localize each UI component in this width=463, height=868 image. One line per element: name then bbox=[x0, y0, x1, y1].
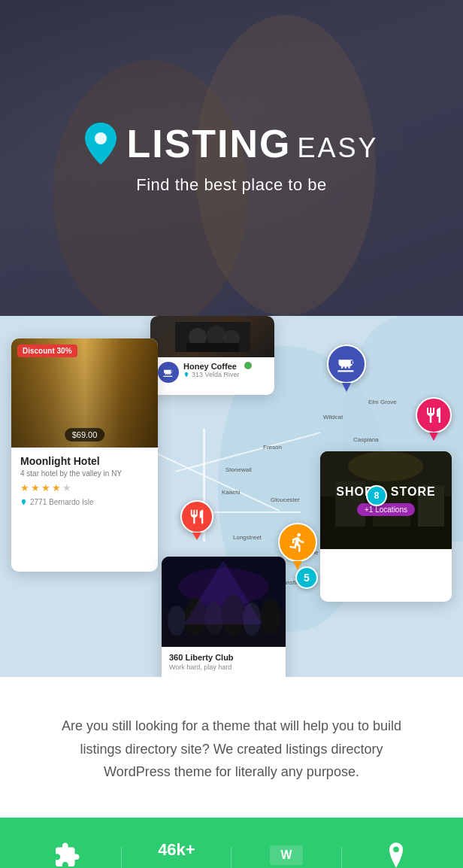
hotel-address-text: 2771 Bernardo Isle bbox=[30, 498, 94, 506]
club-star-1: ★ bbox=[169, 675, 177, 677]
map-pin-number-5[interactable]: 5 bbox=[295, 566, 318, 589]
hotel-name: Moonlight Hotel bbox=[20, 455, 149, 467]
easy-word: EASY bbox=[298, 132, 379, 164]
shop-card[interactable]: SHOP & STORE +1 Locations bbox=[320, 451, 452, 602]
hero-subtitle: Find the best place to be bbox=[136, 175, 326, 195]
coffee-card-image bbox=[150, 316, 274, 357]
svg-point-14 bbox=[261, 599, 280, 635]
feature-divider-3 bbox=[341, 847, 342, 868]
map-label-kaachi: Kaachi bbox=[222, 489, 240, 496]
hotel-card-image: Discount 30% $69.00 bbox=[11, 338, 158, 448]
club-description: Work hard, play hard bbox=[169, 663, 278, 671]
map-label-longstreet: Longstreet bbox=[233, 534, 262, 541]
hotel-card[interactable]: Discount 30% $69.00 Moonlight Hotel 4 st… bbox=[11, 338, 158, 572]
club-star-3: ★ bbox=[187, 675, 195, 677]
hotel-description: 4 star hotel by the valley in NY bbox=[20, 469, 149, 478]
coffee-address: 313 Velda River bbox=[183, 371, 240, 378]
map-pin-activity[interactable] bbox=[278, 523, 317, 570]
feature-page-builder: SUPERIOR VISUAL PAGE BUILDER bbox=[18, 840, 116, 868]
coffee-address-text: 313 Velda River bbox=[192, 371, 240, 378]
club-card-image bbox=[162, 557, 286, 647]
coffee-name: Honey Coffee bbox=[183, 362, 240, 371]
club-card-body: 360 Liberty Club Work hard, play hard ★ … bbox=[162, 647, 286, 677]
price-badge: $69.00 bbox=[65, 428, 105, 442]
verified-indicator bbox=[244, 362, 252, 369]
pin-tail-coffee bbox=[342, 383, 351, 392]
coffee-category-icon bbox=[158, 362, 179, 383]
club-star-4: ★ bbox=[196, 675, 204, 677]
hotel-stars: ★ ★ ★ ★ ★ bbox=[20, 482, 149, 493]
pin-tail-food bbox=[192, 533, 201, 540]
club-card[interactable]: 360 Liberty Club Work hard, play hard ★ … bbox=[162, 557, 286, 677]
feature-divider-2 bbox=[231, 847, 232, 868]
plugins-icon bbox=[384, 840, 408, 868]
customers-value: 46k+ bbox=[158, 840, 195, 860]
map-label-freson: Freson bbox=[263, 444, 282, 451]
pin-number-5-value: 5 bbox=[304, 572, 310, 584]
page-builder-icon bbox=[53, 840, 80, 868]
text-section: Are you still looking for a theme that w… bbox=[0, 677, 463, 818]
map-section: Stonewall Freson Kaachi Gloucester Longs… bbox=[0, 316, 463, 677]
club-stars: ★ ★ ★ ★ ★ bbox=[169, 675, 278, 677]
features-section: SUPERIOR VISUAL PAGE BUILDER 46k+ HAPPY … bbox=[0, 818, 463, 868]
pin-tail-restaurant bbox=[429, 432, 438, 441]
woocommerce-icon: W bbox=[270, 840, 303, 868]
hotel-card-body: Moonlight Hotel 4 star hotel by the vall… bbox=[11, 448, 158, 512]
feature-customers: 46k+ HAPPY CUSTOMERS bbox=[128, 840, 225, 868]
map-pin-coffee[interactable] bbox=[327, 344, 366, 392]
coffee-card-body: Honey Coffee 313 Velda River bbox=[150, 357, 274, 387]
discount-badge: Discount 30% bbox=[17, 344, 77, 357]
map-pin-food[interactable] bbox=[180, 500, 213, 540]
star-5: ★ bbox=[62, 482, 71, 493]
hotel-address: 2771 Bernardo Isle bbox=[20, 498, 149, 506]
feature-woocommerce: W WOOCOMMERCE COMPATIBLE bbox=[238, 840, 335, 868]
club-star-5: ★ bbox=[205, 675, 213, 677]
star-4: ★ bbox=[52, 482, 61, 493]
feature-plugins: BEST LISTING PLUGINS bbox=[347, 840, 445, 868]
svg-point-3 bbox=[207, 326, 226, 345]
listing-text-group: LISTING EASY bbox=[126, 121, 378, 166]
map-label-elm-grove: Elm Grove bbox=[368, 399, 397, 405]
club-name: 360 Liberty Club bbox=[169, 653, 278, 662]
coffee-card[interactable]: Honey Coffee 313 Velda River bbox=[150, 316, 274, 395]
pin-number-8-value: 8 bbox=[374, 490, 380, 501]
coffee-card-info: Honey Coffee 313 Velda River bbox=[183, 362, 240, 378]
club-star-2: ★ bbox=[178, 675, 186, 677]
map-pin-number-8[interactable]: 8 bbox=[366, 485, 387, 506]
star-1: ★ bbox=[20, 482, 29, 493]
star-3: ★ bbox=[41, 482, 50, 493]
listing-word: LISTING bbox=[126, 121, 291, 166]
map-label-stonewall: Stonewall bbox=[225, 466, 252, 473]
map-label-gloucester: Gloucester bbox=[271, 496, 300, 503]
description-text: Are you still looking for a theme that w… bbox=[45, 715, 418, 784]
map-pin-restaurant[interactable] bbox=[416, 397, 452, 441]
hero-section: LISTING EASY Find the best place to be bbox=[0, 0, 463, 316]
map-label-wildcat: Wildcat bbox=[323, 414, 343, 420]
location-pin-icon bbox=[84, 123, 117, 165]
svg-point-24 bbox=[393, 846, 399, 852]
feature-divider-1 bbox=[121, 847, 122, 868]
hero-title-group: LISTING EASY bbox=[84, 121, 378, 166]
svg-text:W: W bbox=[281, 848, 292, 861]
svg-point-0 bbox=[95, 132, 107, 144]
svg-rect-5 bbox=[186, 343, 239, 352]
svg-point-9 bbox=[168, 605, 186, 636]
map-label-caspiana: Caspiana bbox=[353, 436, 379, 443]
star-2: ★ bbox=[31, 482, 40, 493]
